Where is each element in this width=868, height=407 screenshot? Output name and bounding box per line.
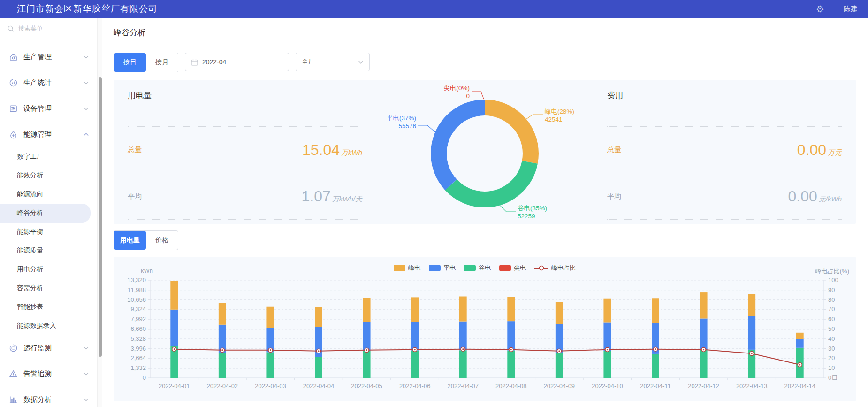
bar-谷电-2022-04-03[interactable] [266, 352, 274, 378]
sidebar-item-label: 数据分析 [23, 395, 52, 404]
date-picker[interactable]: 2022-04 [185, 53, 289, 71]
bar-平电-2022-04-10[interactable] [603, 322, 611, 351]
settings-gear-icon[interactable]: ⚙ [816, 4, 824, 14]
bar-峰电-2022-04-07[interactable] [459, 297, 467, 322]
legend-item-平电[interactable]: 平电 [429, 264, 456, 272]
bar-平电-2022-04-12[interactable] [700, 319, 708, 350]
bar-峰电-2022-04-02[interactable] [219, 303, 226, 325]
svg-text:0日: 0日 [828, 374, 838, 381]
bar-谷电-2022-04-11[interactable] [652, 354, 659, 378]
bar-峰电-2022-04-08[interactable] [507, 297, 515, 322]
bar-谷电-2022-04-12[interactable] [700, 350, 708, 378]
bar-峰电-2022-04-09[interactable] [556, 302, 563, 324]
sidebar-subitem-能源流向[interactable]: 能源流向 [0, 185, 97, 204]
menu-search-input[interactable]: 搜索菜单 [0, 18, 97, 39]
vertical-scrollbar[interactable] [98, 18, 102, 407]
sidebar-subitem-能源平衡[interactable]: 能源平衡 [0, 223, 97, 241]
left-axis-name: kWh [141, 267, 153, 274]
legend-swatch-icon [429, 265, 441, 271]
donut-label-name: 尖电(0%) [443, 84, 470, 92]
stacked-bar-chart[interactable]: 01,3322,6643,9965,3286,6607,9929,32410,6… [123, 276, 846, 395]
donut-label-平电: 平电(37%)55576 [355, 114, 416, 130]
bar-平电-2022-04-09[interactable] [556, 324, 563, 353]
tab-electricity[interactable]: 用电量 [114, 231, 146, 250]
company-title: 江门市新会区新华胶丝厂有限公司 [17, 3, 158, 15]
by-month-button[interactable]: 按月 [146, 53, 178, 72]
sidebar-subitem-能源数据录入[interactable]: 能源数据录入 [0, 316, 97, 335]
bar-谷电-2022-04-08[interactable] [507, 351, 515, 378]
svg-text:2022-04-03: 2022-04-03 [255, 383, 286, 390]
sidebar-subitem-数字工厂[interactable]: 数字工厂 [0, 147, 97, 166]
donut-label-峰电: 峰电(28%)42541 [545, 108, 574, 123]
svg-text:100: 100 [828, 276, 838, 284]
sidebar-item-生产管理[interactable]: 生产管理 [0, 44, 97, 70]
svg-text:1,332: 1,332 [130, 364, 146, 371]
bar-谷电-2022-04-10[interactable] [603, 351, 611, 378]
bar-平电-2022-04-05[interactable] [363, 322, 371, 351]
sidebar-item-label: 设备管理 [23, 104, 52, 113]
by-day-button[interactable]: 按日 [114, 53, 146, 72]
donut-label-name: 峰电(28%) [545, 108, 574, 115]
bar-峰电-2022-04-05[interactable] [363, 298, 371, 322]
bar-峰电-2022-04-13[interactable] [748, 294, 755, 316]
sidebar-item-label: 生产统计 [23, 78, 52, 87]
user-name[interactable]: 陈建 [844, 5, 858, 14]
bar-谷电-2022-04-04[interactable] [315, 357, 322, 378]
sidebar-item-能源管理[interactable]: 能源管理 [0, 122, 97, 147]
average-unit: 元/kWh [819, 195, 842, 204]
legend-item-峰电[interactable]: 峰电 [394, 264, 420, 272]
bar-平电-2022-04-13[interactable] [748, 316, 755, 350]
bar-谷电-2022-04-09[interactable] [556, 353, 563, 378]
average-label: 平均 [607, 192, 621, 201]
pie-icon [8, 78, 18, 88]
bar-谷电-2022-04-05[interactable] [363, 351, 371, 378]
legend-item-谷电[interactable]: 谷电 [464, 264, 491, 272]
svg-text:2022-04-01: 2022-04-01 [159, 383, 190, 390]
sidebar-subitem-容需分析[interactable]: 容需分析 [0, 279, 97, 298]
bar-峰电-2022-04-14[interactable] [796, 333, 804, 339]
bar-平电-2022-04-07[interactable] [459, 322, 467, 351]
donut-label-谷电: 谷电(35%)52259 [518, 204, 547, 220]
chevron-down-icon [84, 81, 89, 84]
bar-平电-2022-04-14[interactable] [796, 339, 804, 348]
home-icon [8, 53, 18, 62]
donut-label-name: 平电(37%) [387, 115, 416, 122]
bar-峰电-2022-04-04[interactable] [315, 307, 322, 327]
chevron-up-icon [84, 133, 89, 136]
bar-谷电-2022-04-02[interactable] [219, 353, 226, 378]
legend-line-marker-icon [534, 265, 548, 271]
sidebar-subitem-label: 能效分析 [17, 171, 43, 180]
tab-price[interactable]: 价格 [146, 231, 178, 250]
legend-swatch-icon [394, 265, 405, 271]
bar-峰电-2022-04-10[interactable] [603, 299, 611, 323]
bar-峰电-2022-04-03[interactable] [266, 307, 274, 328]
sidebar-item-生产统计[interactable]: 生产统计 [0, 70, 97, 96]
sidebar-subitem-峰谷分析[interactable]: 峰谷分析 [0, 204, 91, 223]
sidebar-item-告警追溯[interactable]: 告警追溯 [0, 361, 97, 387]
bar-谷电-2022-04-06[interactable] [411, 351, 419, 378]
legend-item-峰电占比[interactable]: 峰电占比 [534, 264, 576, 272]
sidebar-subitem-用电分析[interactable]: 用电分析 [0, 260, 97, 279]
bar-峰电-2022-04-12[interactable] [700, 292, 708, 318]
scrollbar-thumb[interactable] [99, 77, 102, 357]
bar-峰电-2022-04-06[interactable] [411, 297, 419, 322]
sidebar-subitem-智能抄表[interactable]: 智能抄表 [0, 298, 97, 316]
legend-item-尖电[interactable]: 尖电 [499, 264, 526, 272]
sidebar-item-label: 能源管理 [23, 130, 52, 139]
sidebar-subitem-能效分析[interactable]: 能效分析 [0, 166, 97, 185]
bar-平电-2022-04-01[interactable] [170, 310, 178, 346]
bar-平电-2022-04-08[interactable] [507, 321, 515, 350]
sidebar-subitem-能源质量[interactable]: 能源质量 [0, 241, 97, 260]
bar-峰电-2022-04-11[interactable] [652, 298, 659, 323]
svg-text:10: 10 [828, 364, 835, 371]
sidebar-item-数据分析[interactable]: 数据分析 [0, 387, 97, 407]
scope-select[interactable]: 全厂 [296, 53, 370, 71]
average-value: 1.07 [302, 188, 331, 205]
sidebar-item-设备管理[interactable]: 设备管理 [0, 96, 97, 122]
sidebar-item-运行监测[interactable]: 运行监测 [0, 335, 97, 361]
average-label: 平均 [128, 192, 142, 201]
bar-峰电-2022-04-01[interactable] [170, 281, 178, 310]
bar-平电-2022-04-06[interactable] [411, 322, 419, 351]
legend-label: 谷电 [479, 264, 491, 272]
bar-谷电-2022-04-07[interactable] [459, 350, 467, 378]
